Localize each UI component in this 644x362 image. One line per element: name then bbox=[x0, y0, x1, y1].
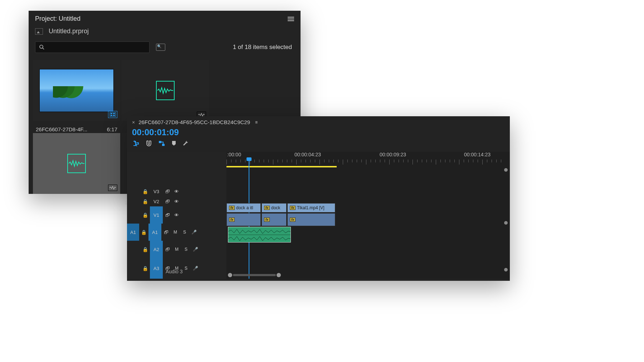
time-ruler[interactable]: :00:00 00:00:04:23 00:00:09:23 00:00:14:… bbox=[226, 152, 510, 173]
svg-rect-9 bbox=[162, 144, 165, 146]
tab-menu-icon[interactable]: ≡ bbox=[255, 120, 258, 125]
close-icon[interactable]: × bbox=[132, 119, 135, 125]
eye-icon[interactable]: 👁 bbox=[172, 189, 181, 194]
audio-clip[interactable]: fx bbox=[226, 213, 261, 226]
svg-rect-8 bbox=[159, 141, 161, 143]
solo-button[interactable]: S bbox=[181, 247, 191, 252]
timeline-zoom-scrollbar[interactable] bbox=[228, 273, 503, 277]
lock-icon[interactable]: 🔒 bbox=[141, 199, 150, 204]
search-icon bbox=[39, 44, 45, 50]
svg-line-1 bbox=[43, 48, 44, 49]
audio-clip-dropped[interactable]: fx bbox=[228, 227, 291, 243]
track-header-a1[interactable]: A1 🔒 A1 🗗 M S 🎤 bbox=[127, 224, 226, 241]
sequence-tab-name[interactable]: 26FC6607-27D8-4F65-95CC-1BDCB24C9C29 bbox=[138, 119, 250, 125]
track-header-a2[interactable]: 🔒 A2 🗗 M S 🎤 bbox=[127, 241, 226, 258]
clip-waveform bbox=[228, 228, 291, 242]
project-item-selected[interactable] bbox=[33, 133, 120, 194]
search-input-wrapper[interactable] bbox=[35, 41, 150, 53]
snap-magnet-icon[interactable] bbox=[146, 140, 152, 148]
ruler-label: 00:00:04:23 bbox=[294, 152, 321, 157]
track-header-a3[interactable]: 🔒 A3 🗗 M S 🎤 bbox=[127, 258, 226, 279]
items-selected-label: 1 of 18 items selected bbox=[233, 44, 292, 51]
audio-thumbnail bbox=[156, 81, 175, 100]
video-clip[interactable]: fxTlkal1.mp4 [V] bbox=[287, 203, 335, 212]
find-in-bins-icon[interactable] bbox=[156, 44, 165, 51]
eye-icon[interactable]: 👁 bbox=[172, 199, 181, 204]
audio-clip[interactable]: fx bbox=[262, 213, 287, 226]
video-clip[interactable]: fxdock a itl bbox=[226, 203, 261, 212]
voiceover-mic-icon[interactable]: 🎤 bbox=[191, 266, 200, 271]
solo-button[interactable]: S bbox=[181, 266, 191, 271]
track-divider-handle[interactable] bbox=[504, 268, 508, 272]
lock-icon[interactable]: 🔒 bbox=[139, 230, 148, 235]
svg-rect-3 bbox=[111, 113, 112, 114]
fx-badge-icon: fx bbox=[229, 206, 235, 210]
sync-lock-icon[interactable]: 🗗 bbox=[161, 230, 171, 235]
fx-badge-icon: fx bbox=[229, 217, 235, 222]
item-name: 26FC6607-27D8-4F... bbox=[36, 126, 87, 132]
voiceover-mic-icon[interactable]: 🎤 bbox=[189, 230, 199, 235]
track-header-v3[interactable]: 🔒 V3 🗗 👁 bbox=[127, 186, 226, 196]
playhead-timecode[interactable]: 00:00:01:09 bbox=[127, 127, 510, 138]
mute-button[interactable]: M bbox=[172, 247, 181, 252]
source-patch[interactable]: A1 bbox=[127, 224, 139, 241]
sync-lock-icon[interactable]: 🗗 bbox=[163, 189, 172, 194]
project-filename: Untitled.prproj bbox=[49, 28, 89, 35]
waveform-icon bbox=[69, 159, 84, 168]
lock-icon[interactable]: 🔒 bbox=[141, 266, 150, 271]
solo-button[interactable]: S bbox=[180, 230, 189, 235]
track-label[interactable]: V1 bbox=[150, 206, 163, 224]
ruler-label: 00:00:14:23 bbox=[464, 152, 491, 157]
track-header-v2[interactable]: 🔒 V2 🗗 👁 bbox=[127, 196, 226, 206]
project-item[interactable] bbox=[122, 60, 209, 121]
fx-badge-icon: fx bbox=[290, 206, 296, 210]
audio-clip[interactable]: fx bbox=[287, 213, 335, 226]
video-thumbnail bbox=[39, 69, 114, 112]
track-name-label: Audio 3 bbox=[166, 269, 182, 274]
eye-icon[interactable]: 👁 bbox=[172, 212, 181, 218]
sync-lock-icon[interactable]: 🗗 bbox=[163, 247, 172, 252]
ruler-label: :00:00 bbox=[227, 152, 241, 157]
track-label[interactable]: V3 bbox=[150, 186, 163, 196]
track-header-area: 🔒 V3 🗗 👁 🔒 V2 🗗 👁 🔒 V1 🗗 👁 A1 bbox=[127, 152, 226, 279]
voiceover-mic-icon[interactable]: 🎤 bbox=[191, 247, 200, 252]
track-divider-handle[interactable] bbox=[504, 221, 508, 225]
bin-up-icon[interactable] bbox=[35, 28, 43, 35]
search-input[interactable] bbox=[45, 44, 146, 50]
wrench-settings-icon[interactable] bbox=[183, 140, 189, 148]
audio-badge-icon bbox=[108, 185, 117, 191]
ruler-label: 00:00:09:23 bbox=[380, 152, 406, 157]
lock-icon[interactable]: 🔒 bbox=[141, 247, 150, 252]
lock-icon[interactable]: 🔒 bbox=[141, 212, 150, 218]
mute-button[interactable]: M bbox=[171, 230, 180, 235]
track-label[interactable]: A2 bbox=[150, 241, 163, 258]
track-label[interactable]: A1 bbox=[148, 224, 161, 241]
track-label[interactable]: V2 bbox=[150, 196, 163, 206]
sync-lock-icon[interactable]: 🗗 bbox=[163, 199, 172, 204]
svg-rect-4 bbox=[113, 113, 115, 114]
item-duration: 6:17 bbox=[107, 126, 117, 132]
track-header-v1[interactable]: 🔒 V1 🗗 👁 bbox=[127, 206, 226, 224]
work-area-bar[interactable] bbox=[226, 166, 337, 167]
linked-selection-icon[interactable] bbox=[158, 141, 165, 148]
timeline-panel: × 26FC6607-27D8-4F65-95CC-1BDCB24C9C29 ≡… bbox=[127, 116, 510, 281]
waveform-icon bbox=[157, 86, 173, 95]
sync-lock-icon[interactable]: 🗗 bbox=[163, 212, 172, 218]
svg-rect-6 bbox=[113, 115, 115, 116]
fx-badge-icon: fx bbox=[290, 217, 296, 222]
fx-badge-icon: fx bbox=[228, 227, 234, 227]
svg-rect-5 bbox=[111, 115, 112, 116]
lock-icon[interactable]: 🔒 bbox=[141, 189, 150, 194]
ruler-ticks bbox=[226, 160, 510, 165]
fx-badge-icon: fx bbox=[264, 206, 270, 210]
insert-overwrite-icon[interactable] bbox=[133, 141, 139, 148]
marker-icon[interactable] bbox=[171, 141, 176, 148]
audio-thumbnail bbox=[67, 154, 86, 173]
video-clip[interactable]: fxdock bbox=[262, 203, 287, 212]
track-label[interactable]: A3 bbox=[150, 258, 163, 279]
timeline-tracks-area[interactable]: :00:00 00:00:04:23 00:00:09:23 00:00:14:… bbox=[226, 152, 510, 279]
sequence-badge-icon bbox=[108, 111, 117, 118]
project-item[interactable] bbox=[33, 60, 120, 121]
track-divider-handle[interactable] bbox=[504, 168, 508, 172]
panel-menu-icon[interactable] bbox=[288, 16, 294, 22]
